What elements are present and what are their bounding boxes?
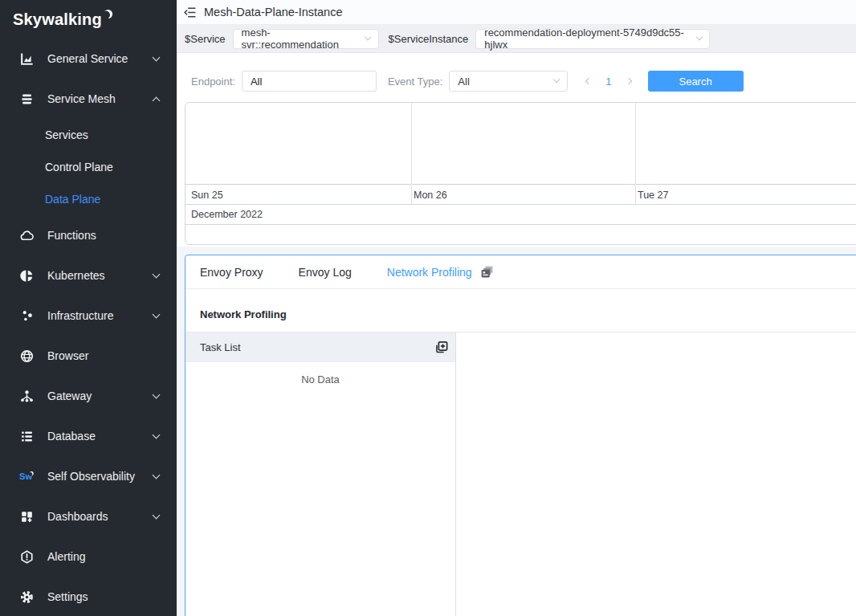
page-prev-button[interactable] [584,76,593,86]
events-panel: Endpoint: Event Type: All 1 Search [177,53,856,247]
sidebar-item-general-service[interactable]: General Service [0,39,177,79]
timeline-grid[interactable] [185,103,856,185]
service-instance-select-value: recommendation-deployment-5749d9dc55-hjl… [484,27,688,51]
sidebar-item-label: Kubernetes [47,269,153,282]
network-profiling-body: Task List No Data [185,332,856,616]
app-logo[interactable]: Skywalking [0,0,177,39]
gateway-icon [19,389,35,404]
alert-hexagon-icon [19,549,35,565]
menu-fold-icon[interactable] [183,6,197,19]
sidebar-item-infrastructure[interactable]: Infrastructure [0,296,177,336]
sidebar-item-label: Alerting [47,550,159,563]
timeline-day-label: Mon 26 [414,190,447,201]
event-type-label: Event Type: [388,75,442,88]
sidebar-item-label: Gateway [47,390,153,402]
app-logo-text: Skywalking [13,10,102,29]
kubernetes-icon [19,268,35,284]
page-next-button[interactable] [624,76,634,86]
endpoint-input[interactable] [242,71,377,92]
chart-icon [19,51,35,67]
dashboards-icon [19,509,35,524]
chevron-down-icon [153,390,161,398]
sidebar-item-gateway[interactable]: Gateway [0,376,177,416]
sidebar-item-data-plane[interactable]: Data Plane [0,183,177,215]
service-instance-select[interactable]: recommendation-deployment-5749d9dc55-hjl… [475,29,710,49]
sidebar-item-self-observability[interactable]: Sw Self Observability [0,456,177,496]
sidebar-item-label: Infrastructure [47,309,153,322]
sw-logo-icon: Sw [19,469,35,484]
search-button[interactable]: Search [648,71,744,92]
layers-icon [19,92,35,107]
sidebar-item-label: Browser [47,349,159,362]
chevron-down-icon [553,76,560,83]
sidebar-item-database[interactable]: Database [0,416,177,456]
sidebar-item-label: Data Plane [45,193,100,206]
sidebar-item-settings[interactable]: Settings [0,577,177,616]
sidebar-item-control-plane[interactable]: Control Plane [0,151,177,183]
page-header: Mesh-Data-Plane-Instance [177,0,856,25]
task-list-header: Task List [185,332,455,362]
pagination: 1 [584,75,633,88]
instance-tabs-widget: Envoy Proxy Envoy Log Network Profiling … [185,255,856,616]
task-list-title: Task List [200,341,241,353]
tab-envoy-proxy[interactable]: Envoy Proxy [200,266,263,279]
sidebar: Skywalking General Service Service Mesh … [0,0,177,616]
sidebar-item-browser[interactable]: Browser [0,336,177,376]
infrastructure-dots-icon [19,308,35,324]
widget-title: Network Profiling [200,308,287,320]
sidebar-item-kubernetes[interactable]: Kubernetes [0,255,177,296]
page-number: 1 [605,75,611,88]
chevron-down-icon [365,34,371,40]
page-title: Mesh-Data-Plane-Instance [204,6,342,18]
service-label: $Service [185,33,226,45]
dashboard-variable-bar: $Service mesh-svr::recommendation $Servi… [177,25,856,53]
gear-icon [19,589,35,605]
sidebar-item-alerting[interactable]: Alerting [0,536,177,577]
sidebar-item-functions[interactable]: Functions [0,215,177,255]
event-filter-row: Endpoint: Event Type: All 1 Search [177,53,856,92]
events-timeline: Sun 25 Mon 26 Tue 27 December 2022 [185,102,856,245]
service-instance-label: $ServiceInstance [389,33,469,45]
sidebar-item-label: Functions [47,229,159,242]
service-select[interactable]: mesh-svr::recommendation [233,29,379,49]
sidebar-item-dashboards[interactable]: Dashboards [0,496,177,536]
event-type-select[interactable]: All [449,71,568,92]
sidebar-item-services[interactable]: Services [0,119,177,151]
sidebar-item-label: Database [47,430,153,443]
sidebar-item-service-mesh[interactable]: Service Mesh [0,79,177,119]
widget-header: Network Profiling [185,289,856,332]
crescent-icon [103,9,113,19]
timeline-grid-divider [635,103,636,185]
timeline-axis-tick [635,186,636,205]
database-icon [19,429,35,444]
timeline-month-axis: December 2022 [185,206,856,225]
tab-bar: Envoy Proxy Envoy Log Network Profiling [185,255,856,289]
chevron-down-icon [153,310,161,318]
chevron-down-icon [153,511,161,519]
sidebar-item-label: Service Mesh [47,92,153,105]
tab-envoy-log[interactable]: Envoy Log [299,266,352,279]
sidebar-item-label: Control Plane [45,161,113,173]
sidebar-nav: General Service Service Mesh Services Co… [0,39,177,616]
cloud-icon [19,228,35,243]
main-area: Mesh-Data-Plane-Instance $Service mesh-s… [177,0,856,616]
sidebar-item-label: Dashboards [47,510,153,523]
endpoint-label: Endpoint: [191,75,235,88]
copy-docs-icon[interactable] [479,265,494,279]
chevron-up-icon [153,96,161,104]
timeline-day-label: Tue 27 [638,190,668,201]
sidebar-item-label: Settings [47,590,159,603]
task-list-panel: Task List No Data [185,332,456,616]
chevron-down-icon [153,53,161,61]
globe-icon [19,349,35,364]
service-select-value: mesh-svr::recommendation [242,27,357,51]
chevron-down-icon [153,430,161,439]
empty-state-text: No Data [185,373,455,386]
timeline-day-label: Sun 25 [191,190,223,201]
tab-network-profiling[interactable]: Network Profiling [387,266,472,279]
event-type-select-value: All [458,75,469,88]
chevron-down-icon [153,471,161,479]
sidebar-item-label: General Service [47,52,153,65]
panel-gap [177,247,856,255]
new-task-icon[interactable] [434,340,449,355]
